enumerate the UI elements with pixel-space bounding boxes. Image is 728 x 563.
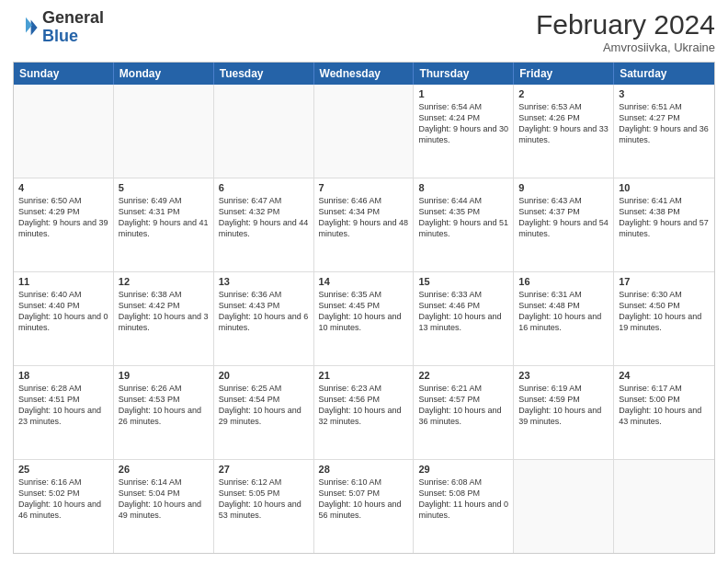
day-number: 22 bbox=[418, 370, 508, 381]
day-number: 26 bbox=[119, 464, 209, 475]
day-info: Sunrise: 6:51 AM Sunset: 4:27 PM Dayligh… bbox=[619, 101, 710, 146]
calendar-cell: 19Sunrise: 6:26 AM Sunset: 4:53 PM Dayli… bbox=[114, 366, 214, 459]
calendar-row-0: 1Sunrise: 6:54 AM Sunset: 4:24 PM Daylig… bbox=[14, 85, 714, 178]
day-info: Sunrise: 6:47 AM Sunset: 4:32 PM Dayligh… bbox=[219, 195, 309, 240]
day-number: 16 bbox=[518, 276, 609, 287]
calendar-cell: 7Sunrise: 6:46 AM Sunset: 4:34 PM Daylig… bbox=[314, 178, 415, 271]
calendar-cell: 21Sunrise: 6:23 AM Sunset: 4:56 PM Dayli… bbox=[314, 366, 415, 459]
day-number: 24 bbox=[619, 370, 710, 381]
generalblue-icon bbox=[13, 15, 39, 40]
day-info: Sunrise: 6:25 AM Sunset: 4:54 PM Dayligh… bbox=[219, 383, 309, 428]
calendar-cell: 10Sunrise: 6:41 AM Sunset: 4:38 PM Dayli… bbox=[614, 178, 714, 271]
calendar-cell: 2Sunrise: 6:53 AM Sunset: 4:26 PM Daylig… bbox=[514, 85, 614, 178]
day-info: Sunrise: 6:50 AM Sunset: 4:29 PM Dayligh… bbox=[18, 195, 108, 240]
day-info: Sunrise: 6:21 AM Sunset: 4:57 PM Dayligh… bbox=[418, 383, 508, 428]
header: General Blue February 2024 Amvrosiivka, … bbox=[13, 9, 715, 54]
day-number: 3 bbox=[619, 88, 710, 99]
day-info: Sunrise: 6:14 AM Sunset: 5:04 PM Dayligh… bbox=[119, 477, 209, 522]
day-number: 8 bbox=[418, 182, 508, 193]
day-number: 17 bbox=[619, 276, 710, 287]
day-info: Sunrise: 6:30 AM Sunset: 4:50 PM Dayligh… bbox=[619, 289, 710, 334]
calendar-cell: 25Sunrise: 6:16 AM Sunset: 5:02 PM Dayli… bbox=[14, 460, 114, 553]
calendar-cell: 24Sunrise: 6:17 AM Sunset: 5:00 PM Dayli… bbox=[614, 366, 714, 459]
calendar-cell bbox=[614, 460, 714, 553]
calendar-header-row: SundayMondayTuesdayWednesdayThursdayFrid… bbox=[14, 63, 714, 85]
day-info: Sunrise: 6:54 AM Sunset: 4:24 PM Dayligh… bbox=[418, 101, 508, 146]
calendar-cell: 13Sunrise: 6:36 AM Sunset: 4:43 PM Dayli… bbox=[214, 272, 314, 365]
day-number: 20 bbox=[219, 370, 309, 381]
day-info: Sunrise: 6:53 AM Sunset: 4:26 PM Dayligh… bbox=[518, 101, 609, 146]
calendar-cell: 5Sunrise: 6:49 AM Sunset: 4:31 PM Daylig… bbox=[114, 178, 214, 271]
calendar-cell: 16Sunrise: 6:31 AM Sunset: 4:48 PM Dayli… bbox=[514, 272, 614, 365]
day-info: Sunrise: 6:35 AM Sunset: 4:45 PM Dayligh… bbox=[319, 289, 409, 334]
logo-blue: Blue bbox=[42, 28, 104, 46]
calendar-cell: 15Sunrise: 6:33 AM Sunset: 4:46 PM Dayli… bbox=[414, 272, 514, 365]
calendar-row-2: 11Sunrise: 6:40 AM Sunset: 4:40 PM Dayli… bbox=[14, 272, 714, 366]
month-title: February 2024 bbox=[536, 9, 715, 40]
header-cell-tuesday: Tuesday bbox=[214, 63, 314, 85]
day-number: 9 bbox=[518, 182, 609, 193]
day-info: Sunrise: 6:40 AM Sunset: 4:40 PM Dayligh… bbox=[18, 289, 108, 334]
day-info: Sunrise: 6:16 AM Sunset: 5:02 PM Dayligh… bbox=[18, 477, 108, 522]
calendar-cell: 11Sunrise: 6:40 AM Sunset: 4:40 PM Dayli… bbox=[14, 272, 114, 365]
day-number: 12 bbox=[119, 276, 209, 287]
day-info: Sunrise: 6:08 AM Sunset: 5:08 PM Dayligh… bbox=[418, 477, 508, 522]
day-info: Sunrise: 6:31 AM Sunset: 4:48 PM Dayligh… bbox=[518, 289, 609, 334]
calendar-cell: 12Sunrise: 6:38 AM Sunset: 4:42 PM Dayli… bbox=[114, 272, 214, 365]
header-cell-sunday: Sunday bbox=[14, 63, 114, 85]
day-info: Sunrise: 6:12 AM Sunset: 5:05 PM Dayligh… bbox=[219, 477, 309, 522]
day-info: Sunrise: 6:49 AM Sunset: 4:31 PM Dayligh… bbox=[119, 195, 209, 240]
calendar-cell: 27Sunrise: 6:12 AM Sunset: 5:05 PM Dayli… bbox=[214, 460, 314, 553]
day-info: Sunrise: 6:33 AM Sunset: 4:46 PM Dayligh… bbox=[418, 289, 508, 334]
day-number: 19 bbox=[119, 370, 209, 381]
header-cell-saturday: Saturday bbox=[614, 63, 714, 85]
calendar-cell: 4Sunrise: 6:50 AM Sunset: 4:29 PM Daylig… bbox=[14, 178, 114, 271]
day-number: 14 bbox=[319, 276, 409, 287]
day-number: 4 bbox=[18, 182, 108, 193]
day-number: 7 bbox=[319, 182, 409, 193]
calendar-cell: 1Sunrise: 6:54 AM Sunset: 4:24 PM Daylig… bbox=[414, 85, 514, 178]
day-number: 1 bbox=[418, 88, 508, 99]
day-info: Sunrise: 6:28 AM Sunset: 4:51 PM Dayligh… bbox=[18, 383, 108, 428]
day-number: 21 bbox=[319, 370, 409, 381]
day-info: Sunrise: 6:38 AM Sunset: 4:42 PM Dayligh… bbox=[119, 289, 209, 334]
day-number: 29 bbox=[418, 464, 508, 475]
day-number: 10 bbox=[619, 182, 710, 193]
calendar-cell: 22Sunrise: 6:21 AM Sunset: 4:57 PM Dayli… bbox=[414, 366, 514, 459]
day-number: 18 bbox=[18, 370, 108, 381]
calendar-cell: 8Sunrise: 6:44 AM Sunset: 4:35 PM Daylig… bbox=[414, 178, 514, 271]
location-subtitle: Amvrosiivka, Ukraine bbox=[536, 40, 715, 54]
calendar-cell bbox=[514, 460, 614, 553]
day-number: 28 bbox=[319, 464, 409, 475]
calendar-cell: 28Sunrise: 6:10 AM Sunset: 5:07 PM Dayli… bbox=[314, 460, 415, 553]
logo-text: General Blue bbox=[42, 9, 104, 46]
calendar-cell bbox=[314, 85, 415, 178]
day-info: Sunrise: 6:19 AM Sunset: 4:59 PM Dayligh… bbox=[518, 383, 609, 428]
day-info: Sunrise: 6:23 AM Sunset: 4:56 PM Dayligh… bbox=[319, 383, 409, 428]
day-info: Sunrise: 6:26 AM Sunset: 4:53 PM Dayligh… bbox=[119, 383, 209, 428]
header-cell-friday: Friday bbox=[514, 63, 614, 85]
page: General Blue February 2024 Amvrosiivka, … bbox=[0, 0, 728, 563]
day-number: 5 bbox=[119, 182, 209, 193]
day-number: 27 bbox=[219, 464, 309, 475]
day-info: Sunrise: 6:36 AM Sunset: 4:43 PM Dayligh… bbox=[219, 289, 309, 334]
calendar-cell: 14Sunrise: 6:35 AM Sunset: 4:45 PM Dayli… bbox=[314, 272, 415, 365]
title-block: February 2024 Amvrosiivka, Ukraine bbox=[536, 9, 715, 54]
calendar-cell: 9Sunrise: 6:43 AM Sunset: 4:37 PM Daylig… bbox=[514, 178, 614, 271]
day-info: Sunrise: 6:10 AM Sunset: 5:07 PM Dayligh… bbox=[319, 477, 409, 522]
calendar-cell: 6Sunrise: 6:47 AM Sunset: 4:32 PM Daylig… bbox=[214, 178, 314, 271]
calendar-cell: 23Sunrise: 6:19 AM Sunset: 4:59 PM Dayli… bbox=[514, 366, 614, 459]
calendar-cell: 29Sunrise: 6:08 AM Sunset: 5:08 PM Dayli… bbox=[414, 460, 514, 553]
day-number: 23 bbox=[518, 370, 609, 381]
day-info: Sunrise: 6:43 AM Sunset: 4:37 PM Dayligh… bbox=[518, 195, 609, 240]
calendar-cell: 18Sunrise: 6:28 AM Sunset: 4:51 PM Dayli… bbox=[14, 366, 114, 459]
day-info: Sunrise: 6:46 AM Sunset: 4:34 PM Dayligh… bbox=[319, 195, 409, 240]
calendar-cell bbox=[114, 85, 214, 178]
day-number: 13 bbox=[219, 276, 309, 287]
calendar-cell bbox=[14, 85, 114, 178]
header-cell-monday: Monday bbox=[114, 63, 214, 85]
day-info: Sunrise: 6:17 AM Sunset: 5:00 PM Dayligh… bbox=[619, 383, 710, 428]
logo: General Blue bbox=[13, 9, 104, 46]
calendar-row-1: 4Sunrise: 6:50 AM Sunset: 4:29 PM Daylig… bbox=[14, 178, 714, 272]
calendar-row-3: 18Sunrise: 6:28 AM Sunset: 4:51 PM Dayli… bbox=[14, 366, 714, 460]
